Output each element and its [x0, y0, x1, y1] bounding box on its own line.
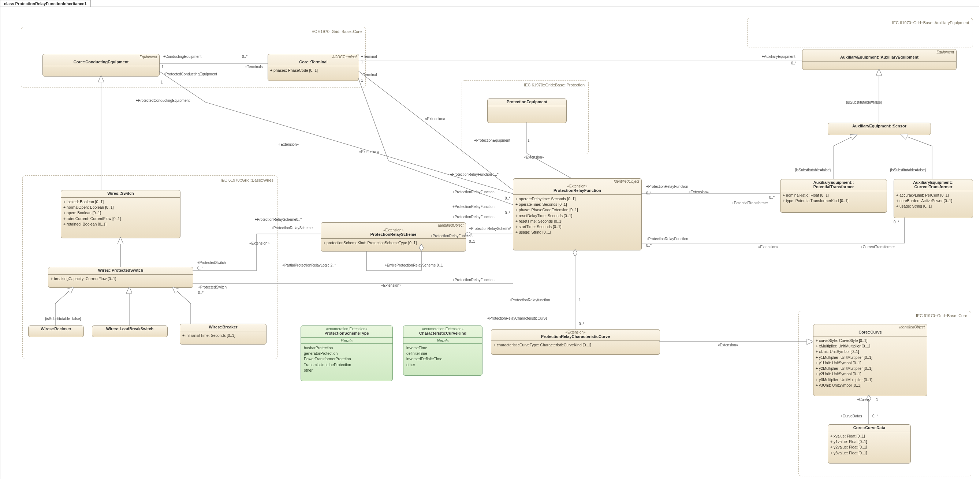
- diagram-frame: IEC 61970::Grid::Base::Core IEC 61970::G…: [0, 6, 979, 479]
- diagram-canvas: class ProtectionRelayFunctionInheritance…: [0, 0, 980, 480]
- class-recloser: Wires::Recloser: [28, 326, 84, 337]
- class-loadbreakswitch: Wires::LoadBreakSwitch: [92, 326, 168, 337]
- class-protection-relay-function: IdentifiedObject «Extension»ProtectionRe…: [513, 178, 642, 250]
- class-current-transformer: AuxiliaryEquipment:: CurrentTransformer …: [894, 179, 973, 218]
- class-breaker: Wires::Breaker inTransitTime: Seconds [0…: [180, 324, 267, 345]
- class-curve-data: Core::CurveData xvalue: Float [0..1] y1v…: [828, 424, 911, 464]
- package-aux: IEC 61970::Grid::Base::AuxiliaryEquipmen…: [747, 18, 973, 48]
- class-protected-switch: Wires::ProtectedSwitch breakingCapacity:…: [48, 267, 193, 288]
- class-conducting-equipment: Equipment Core::ConductingEquipment: [43, 54, 160, 76]
- class-aux-equipment: Equipment AuxiliaryEquipment::AuxiliaryE…: [802, 49, 956, 70]
- class-protection-equipment: ProtectionEquipment: [487, 99, 567, 123]
- class-switch: Wires::Switch locked: Boolean [0..1] nor…: [61, 190, 180, 238]
- class-terminal: ACDCTerminal Core::Terminal phases: Phas…: [267, 54, 359, 81]
- enum-protection-scheme-type: «enumeration,Extension»ProtectionSchemeT…: [301, 326, 393, 381]
- class-sensor: AuxiliaryEquipment::Sensor: [828, 122, 931, 135]
- enum-characteristic-curve-kind: «enumeration,Extension»CharacteristicCur…: [403, 326, 482, 376]
- class-curve: IdentifiedObject Core::Curve curveStyle:…: [813, 324, 927, 396]
- class-potential-transformer: AuxiliaryEquipment:: PotentialTransforme…: [780, 179, 887, 213]
- class-prcc: «Extension»ProtectionRelayCharacteristic…: [491, 329, 660, 355]
- diagram-title: class ProtectionRelayFunctionInheritance…: [0, 0, 91, 7]
